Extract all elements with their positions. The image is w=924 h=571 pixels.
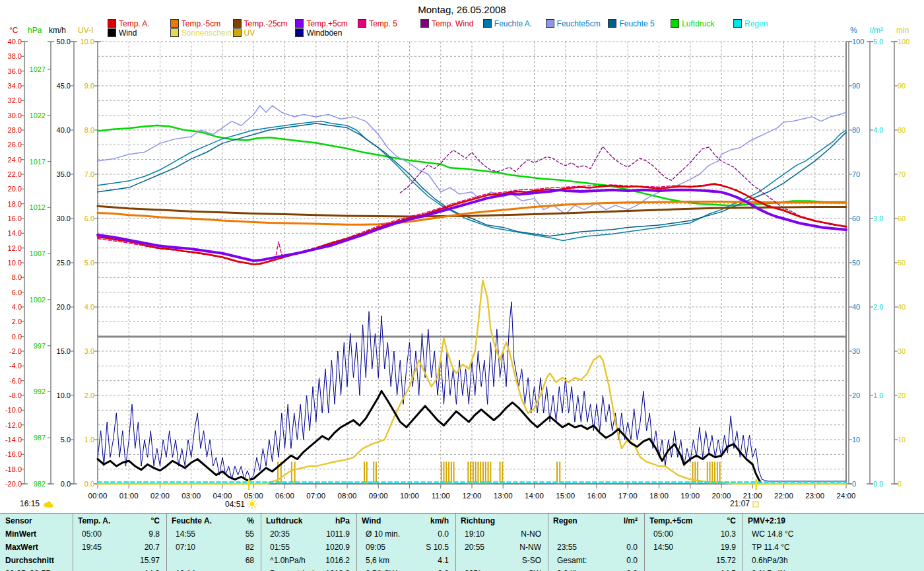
axis-tick-label: 1017 [30, 158, 46, 166]
table-cell-value: 1011.9 [297, 527, 350, 541]
axis-tick-label: 7.0 [84, 170, 94, 178]
stats-table: SensorMinWertMaxWertDurchschnitt20:05..2… [0, 513, 924, 571]
axis-tick-label: -6.0 [9, 377, 22, 385]
axis-tick-label: 3.0 [84, 347, 94, 355]
table-column-divider [73, 514, 73, 571]
axis-tick-label: 10 [898, 436, 906, 444]
axis-tick-label: 2.0 [12, 318, 22, 325]
table-cell-value: 1016.2 [297, 554, 350, 567]
axis-tick-label: -4.0 [9, 362, 22, 370]
axis-tick-label: 5.0 [61, 436, 71, 444]
table-header-unit: °C [715, 514, 736, 527]
axis-tick-label: 00:00 [88, 492, 108, 500]
axis-tick-label: 5.0 [873, 38, 883, 46]
axis-tick-label: 2.0 [84, 391, 94, 399]
table-cell-value: 9.8 [107, 527, 160, 541]
axis-tick-label: 24.0 [8, 156, 22, 164]
axis-tick-label: 0.0 [61, 480, 71, 488]
axis-tick-label: 987 [34, 434, 46, 442]
axis-tick-label: min [896, 26, 909, 35]
axis-tick-label: 3.0 [873, 215, 883, 222]
axis-tick-label: 1007 [30, 250, 46, 257]
table-cell-value: 20.7 [107, 541, 160, 554]
table-header-name: Temp. A. [78, 514, 141, 527]
chart-canvas: °C40.038.036.034.032.030.028.026.024.022… [0, 0, 924, 513]
axis-tick-label: 14.0 [8, 229, 22, 237]
table-header-sensor: Sensor [5, 514, 69, 527]
axis-tick-label: 22:00 [774, 492, 793, 500]
table-cell-value: 0.0 [585, 567, 638, 571]
axis-tick-label: 70 [898, 170, 906, 178]
axis-tick-label: 32.0 [8, 96, 22, 104]
table-cell-value: S-SO [488, 554, 541, 567]
table-cell-value: S 10.5 [396, 541, 449, 554]
axis-tick-label: 18:00 [649, 492, 669, 500]
table-cell-value: 68 [201, 554, 254, 567]
axis-tick-label: 23:00 [805, 492, 824, 500]
axis-tick-label: 20:00 [712, 492, 731, 500]
axis-tick-label: 16:00 [587, 492, 607, 500]
axis-tick-label: 992 [34, 387, 46, 395]
axis-tick-label: 45.0 [57, 82, 71, 90]
table-cell-value: 0.0 [585, 541, 638, 554]
table-cell-value: 0.0 [396, 567, 449, 571]
axis-tick-label: 25.0 [57, 259, 71, 267]
axis-tick-label: 30.0 [8, 112, 22, 119]
axis-tick-label: 40 [852, 303, 860, 311]
series-wind [98, 391, 760, 482]
axis-tick-label: 10.0 [57, 391, 71, 399]
table-cell-value: 15.97 [107, 554, 160, 567]
sunset-time: 21:07 [730, 499, 750, 508]
axis-tick-label: 12.0 [8, 244, 22, 252]
axis-tick-label: 11:00 [432, 492, 450, 500]
axis-tick-label: -2.0 [9, 347, 22, 355]
axis-tick-label: -12.0 [5, 421, 22, 429]
axis-tick-label: 80 [852, 126, 860, 134]
sunrise-icon [247, 499, 257, 509]
axis-tick-label: 8.0 [84, 126, 94, 134]
table-header-name: PMV+2:19 [748, 514, 899, 527]
axis-tick-label: 19:00 [680, 492, 700, 500]
axis-tick-label: -18.0 [5, 465, 22, 473]
table-column-divider [548, 514, 548, 571]
axis-tick-label: hPa [28, 26, 42, 35]
axis-tick-label: % [850, 26, 857, 35]
axis-tick-label: 07:00 [306, 492, 325, 500]
axis-tick-label: 20 [898, 391, 906, 399]
table-cell-value [585, 527, 638, 541]
axis-tick-label: 20.0 [8, 185, 22, 193]
axis-tick-label: 50 [898, 259, 906, 267]
table-row-label: Durchschnitt [5, 554, 69, 567]
axis-tick-label: -16.0 [5, 450, 22, 458]
axis-tick-label: 997 [34, 342, 46, 350]
axis-tick-label: 22.0 [8, 170, 22, 178]
axis-tick-label: 4.0 [84, 303, 94, 311]
axis-tick-label: 0.0 [84, 480, 94, 488]
axis-tick-label: 03:00 [182, 492, 201, 500]
axis-tick-label: km/h [49, 26, 66, 35]
table-column-divider [455, 514, 456, 571]
axis-tick-label: 06:00 [275, 492, 294, 500]
axis-tick-label: 17:00 [618, 492, 638, 500]
axis-tick-label: 6.0 [12, 288, 22, 296]
axis-tick-label: 02:00 [150, 492, 170, 500]
table-column-divider [644, 514, 645, 571]
table-cell-value [865, 527, 917, 541]
axis-tick-label: 60 [852, 215, 860, 222]
axis-tick-label: 38.0 [8, 52, 22, 60]
table-cell-value [865, 567, 917, 571]
sunset-annotation: 21:07 [730, 499, 760, 508]
sunset-icon [752, 500, 760, 508]
weather-day-view: Montag, 26.05.2008 Temp. A.Temp.-5cmTemp… [0, 0, 924, 571]
table-header-unit: % [233, 514, 254, 527]
table-header-name: Richtung [461, 514, 523, 527]
axis-tick-label: 10 [852, 436, 860, 444]
axis-tick-label: 50 [852, 259, 860, 267]
axis-tick-label: 4.0 [12, 303, 22, 311]
table-cell-value [201, 567, 254, 571]
axis-tick-label: 80 [898, 126, 906, 134]
axis-tick-label: 20.0 [57, 303, 71, 311]
axis-tick-label: 40.0 [57, 126, 71, 134]
table-header-name: Wind [362, 514, 430, 527]
table-cell-value [865, 554, 917, 567]
